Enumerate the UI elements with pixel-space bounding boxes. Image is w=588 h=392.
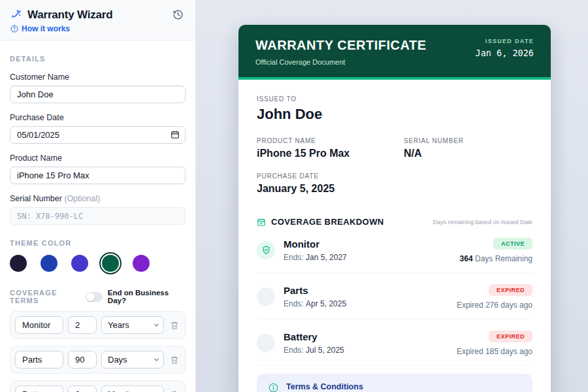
certificate-title: WARRANTY CERTIFICATE — [255, 38, 426, 53]
terms-conditions-title: Terms & Conditions — [286, 382, 521, 391]
theme-color-section-label: THEME COLOR — [10, 239, 186, 247]
term-name-input[interactable] — [15, 385, 63, 392]
coverage-row-parts: Parts Ends: Apr 5, 2025 EXPIRED Expired … — [257, 273, 532, 319]
shield-icon-muted — [257, 287, 275, 306]
coverage-item-name: Parts — [284, 285, 346, 296]
purchase-date-input[interactable] — [10, 126, 186, 144]
term-unit-select[interactable]: Months — [101, 385, 164, 392]
app-title: Warranty Wizard — [27, 8, 112, 22]
warranty-certificate-card: WARRANTY CERTIFICATE Official Coverage D… — [238, 25, 551, 392]
trash-icon — [170, 355, 179, 365]
history-button[interactable] — [171, 8, 185, 22]
coverage-row-battery: Battery Ends: Jul 5, 2025 EXPIRED Expire… — [257, 319, 532, 366]
customer-name-input[interactable] — [10, 86, 186, 103]
theme-swatch-purple[interactable] — [133, 255, 150, 272]
delete-term-button[interactable] — [169, 354, 180, 366]
coverage-row-monitor: Monitor Ends: Jan 5, 2027 ACTIVE 364 Day… — [257, 227, 532, 273]
coverage-breakdown-note: Days remaining based on Issued Date — [433, 219, 532, 225]
issued-to-label: ISSUED TO — [257, 95, 532, 103]
certificate-header: WARRANTY CERTIFICATE Official Coverage D… — [238, 25, 551, 80]
status-badge-active: ACTIVE — [493, 238, 532, 250]
serial-number-value: N/A — [404, 148, 464, 159]
theme-swatch-emerald-selected[interactable] — [102, 255, 119, 272]
expired-ago: Expired 276 days ago — [457, 301, 532, 310]
coverage-item-ends: Ends: Apr 5, 2025 — [284, 299, 346, 308]
term-duration-input[interactable] — [68, 316, 97, 334]
help-circle-icon — [10, 25, 18, 33]
terms-conditions-box: Terms & Conditions This certificate veri… — [257, 374, 532, 392]
theme-swatch-midnight[interactable] — [10, 255, 27, 272]
calendar-check-icon — [257, 218, 266, 227]
purchase-date-label: Purchase Date — [10, 113, 186, 122]
trash-icon — [170, 321, 179, 330]
product-name-label: Product Name — [10, 154, 186, 163]
shield-icon-muted — [257, 334, 275, 352]
purchase-date-label: PURCHASE DATE — [257, 172, 532, 180]
delete-term-button[interactable] — [169, 389, 180, 392]
serial-number-label: SERIAL NUMBER — [404, 137, 464, 144]
preview-area: WARRANTY CERTIFICATE Official Coverage D… — [196, 0, 588, 392]
serial-number-input[interactable] — [10, 207, 186, 225]
info-circle-icon — [269, 383, 278, 392]
product-name-value: iPhone 15 Pro Max — [257, 148, 404, 159]
theme-swatch-blue[interactable] — [41, 255, 57, 272]
term-name-input[interactable] — [15, 351, 63, 368]
panel-header: Warranty Wizard How it works — [0, 0, 195, 41]
product-name-input[interactable] — [10, 167, 186, 184]
wand-sparkles-icon — [10, 9, 22, 21]
term-name-input[interactable] — [15, 316, 63, 334]
term-duration-input[interactable] — [68, 385, 97, 392]
theme-color-swatches — [10, 255, 186, 272]
term-row-monitor: Years — [10, 311, 186, 339]
days-remaining: 364 Days Remaining — [460, 254, 532, 263]
coverage-item-ends: Ends: Jul 5, 2025 — [284, 346, 344, 355]
term-unit-select[interactable]: Days — [101, 351, 164, 368]
coverage-item-name: Monitor — [284, 238, 347, 250]
customer-name-label: Customer Name — [10, 73, 186, 82]
trash-icon — [170, 390, 179, 392]
product-name-label: PRODUCT NAME — [257, 137, 404, 144]
issued-to-name: John Doe — [257, 106, 532, 123]
issued-date-label: ISSUED DATE — [476, 38, 534, 44]
term-unit-select[interactable]: Years — [101, 316, 164, 334]
term-row-battery: Months — [10, 380, 186, 392]
business-day-toggle-label: End on Business Day? — [108, 289, 186, 304]
status-badge-expired: EXPIRED — [489, 284, 532, 296]
business-day-toggle[interactable] — [86, 292, 103, 302]
issued-date-value: Jan 6, 2026 — [476, 48, 534, 58]
coverage-item-name: Battery — [284, 331, 344, 342]
how-it-works-link[interactable]: How it works — [10, 24, 185, 33]
expired-ago: Expired 185 days ago — [457, 347, 532, 356]
term-duration-input[interactable] — [68, 351, 97, 368]
delete-term-button[interactable] — [169, 319, 180, 331]
serial-number-label: Serial Number (Optional) — [10, 194, 186, 203]
details-section-label: DETAILS — [10, 55, 186, 63]
optional-hint: (Optional) — [64, 194, 100, 203]
status-badge-expired: EXPIRED — [489, 331, 532, 342]
coverage-terms-section-label: COVERAGE TERMS — [10, 289, 86, 304]
certificate-subtitle: Official Coverage Document — [255, 58, 426, 66]
term-row-parts: Days — [10, 346, 186, 374]
settings-panel: Warranty Wizard How it works DETAILS Cus… — [0, 0, 196, 392]
shield-check-icon — [257, 241, 275, 259]
purchase-date-value: January 5, 2025 — [257, 183, 532, 195]
coverage-breakdown-title: COVERAGE BREAKDOWN — [271, 217, 384, 227]
coverage-item-ends: Ends: Jan 5, 2027 — [284, 253, 347, 262]
theme-swatch-indigo[interactable] — [71, 255, 88, 272]
